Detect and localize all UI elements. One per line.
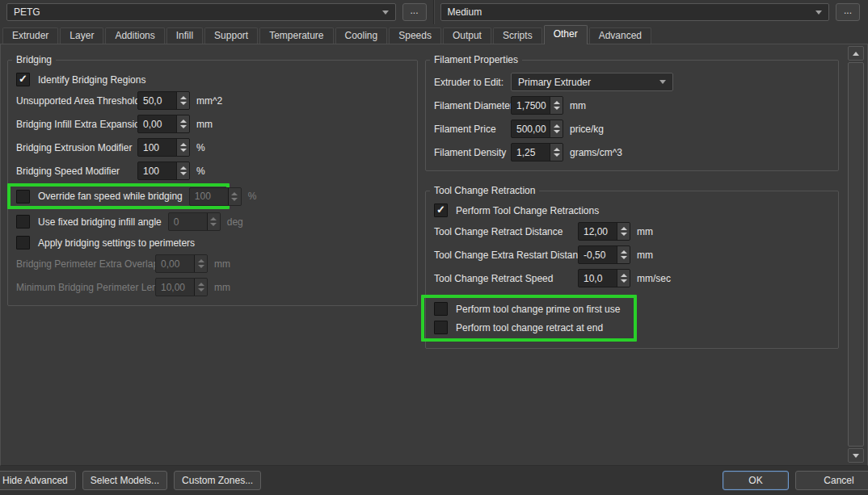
spin-up-icon[interactable] [621,250,627,254]
tab-advanced[interactable]: Advanced [589,27,651,44]
infill-expansion-spinbox[interactable] [137,115,190,133]
spin-up-icon[interactable] [180,166,187,170]
spin-down-icon[interactable] [210,223,217,226]
tab-temperature[interactable]: Temperature [259,27,333,44]
extra-restart-spinbox[interactable] [578,245,630,264]
spinner-buttons[interactable] [176,92,189,109]
retract-distance-input[interactable] [579,223,617,240]
spinner-buttons[interactable] [617,246,630,263]
filament-density-spinbox[interactable] [511,143,563,162]
hide-advanced-button[interactable]: Hide Advanced [0,471,76,490]
tab-speeds[interactable]: Speeds [389,27,441,44]
unsupported-area-spinbox[interactable] [137,91,190,110]
spin-up-icon[interactable] [180,96,187,99]
tab-extruder[interactable]: Extruder [2,27,58,44]
retract-distance-spinbox[interactable] [578,222,630,241]
quality-profile-more-button[interactable]: ... [836,3,860,21]
filament-diameter-spinbox[interactable] [511,96,563,115]
fixed-angle-input[interactable] [169,213,207,230]
spin-down-icon[interactable] [198,265,204,268]
perimeter-overlap-input[interactable] [156,255,194,272]
spinner-buttons[interactable] [194,279,207,296]
spinner-buttons[interactable] [617,223,630,240]
spin-up-icon[interactable] [621,227,627,230]
speed-modifier-spinbox[interactable] [137,162,190,180]
fan-override-input[interactable] [190,188,228,205]
spinner-buttons[interactable] [207,213,220,230]
spin-down-icon[interactable] [180,125,187,128]
spin-down-icon[interactable] [621,256,627,259]
tab-other[interactable]: Other [544,25,588,44]
spin-down-icon[interactable] [621,279,627,283]
spin-up-icon[interactable] [554,101,560,104]
select-models-button[interactable]: Select Models... [82,471,167,490]
fan-override-spinbox[interactable] [189,187,242,206]
cancel-button[interactable]: Cancel [795,471,868,490]
spin-down-icon[interactable] [621,233,627,236]
identify-bridging-checkbox[interactable] [16,73,30,86]
spinner-buttons[interactable] [176,139,189,156]
spinner-buttons[interactable] [550,120,563,137]
spinner-buttons[interactable] [550,144,563,161]
scroll-up-button[interactable] [848,46,864,61]
extrusion-modifier-input[interactable] [138,139,176,156]
retract-speed-spinbox[interactable] [578,269,630,287]
spin-down-icon[interactable] [554,130,560,133]
tab-layer[interactable]: Layer [60,27,103,44]
quality-profile-select[interactable]: Medium [440,3,830,21]
spin-up-icon[interactable] [231,192,238,195]
retract-at-end-checkbox[interactable] [434,321,448,334]
spin-down-icon[interactable] [180,102,187,105]
spin-down-icon[interactable] [198,288,204,292]
retract-speed-input[interactable] [579,270,617,287]
scrollbar-thumb[interactable] [848,62,864,447]
spin-down-icon[interactable] [554,153,560,157]
tab-output[interactable]: Output [443,27,491,44]
fixed-angle-checkbox[interactable] [16,215,30,229]
spin-down-icon[interactable] [180,149,187,152]
spin-down-icon[interactable] [554,107,560,110]
spin-up-icon[interactable] [210,217,217,220]
spin-up-icon[interactable] [554,148,560,151]
apply-perimeters-checkbox[interactable] [16,236,30,250]
tab-scripts[interactable]: Scripts [493,27,542,44]
min-perimeter-length-spinbox[interactable] [155,278,208,296]
scrollbar-track[interactable] [848,62,864,447]
spin-up-icon[interactable] [554,124,560,128]
ok-button[interactable]: OK [723,471,789,490]
infill-expansion-input[interactable] [138,115,176,132]
tab-infill[interactable]: Infill [166,27,203,44]
min-perimeter-length-input[interactable] [156,279,194,296]
vertical-scrollbar[interactable] [848,46,864,463]
spin-down-icon[interactable] [180,172,187,175]
perform-retractions-checkbox[interactable] [434,203,448,217]
spin-up-icon[interactable] [180,143,187,146]
material-profile-select[interactable]: PETG [6,3,396,21]
extruder-to-edit-select[interactable]: Primary Extruder [511,73,673,91]
material-profile-more-button[interactable]: ... [402,3,427,21]
spinner-buttons[interactable] [550,97,563,114]
scroll-down-button[interactable] [848,448,864,463]
speed-modifier-input[interactable] [138,162,176,179]
custom-zones-button[interactable]: Custom Zones... [174,471,261,490]
spinner-buttons[interactable] [617,270,630,287]
fan-override-checkbox[interactable] [16,190,30,203]
filament-price-spinbox[interactable] [511,120,563,138]
prime-first-use-checkbox[interactable] [434,302,448,316]
unsupported-area-input[interactable] [138,92,176,109]
spinner-buttons[interactable] [176,115,189,132]
spin-down-icon[interactable] [231,198,238,201]
fixed-angle-spinbox[interactable] [168,212,221,231]
spin-up-icon[interactable] [198,283,204,286]
extra-restart-input[interactable] [579,246,617,263]
filament-price-input[interactable] [512,120,550,137]
tab-cooling[interactable]: Cooling [335,27,388,44]
spinner-buttons[interactable] [228,188,241,205]
tab-support[interactable]: Support [204,27,258,44]
spinner-buttons[interactable] [194,255,207,272]
spin-up-icon[interactable] [180,120,187,123]
filament-diameter-input[interactable] [512,97,550,114]
spin-up-icon[interactable] [198,259,204,262]
filament-density-input[interactable] [512,144,550,161]
perimeter-overlap-spinbox[interactable] [155,254,208,273]
